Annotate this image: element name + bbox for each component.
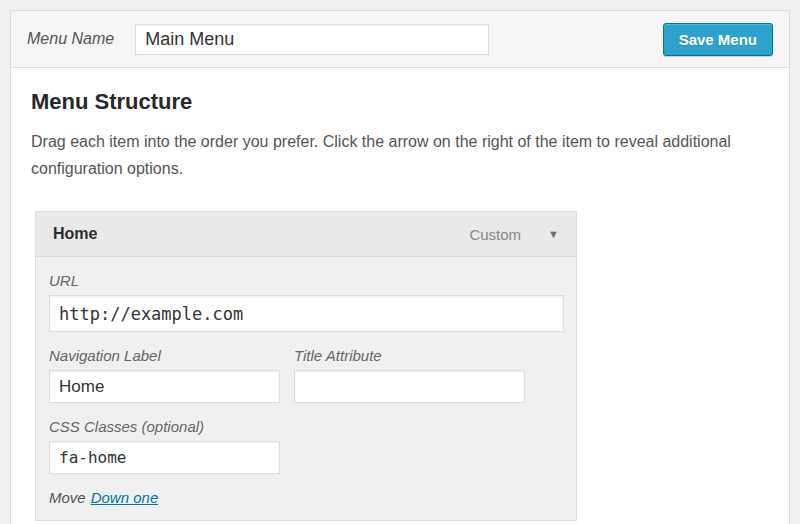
css-classes-field: CSS Classes (optional) [49, 418, 563, 474]
menu-item-type-label: Custom [469, 226, 521, 243]
css-classes-input[interactable] [49, 441, 280, 474]
url-input[interactable] [49, 295, 564, 332]
menu-name-input[interactable] [135, 24, 489, 55]
chevron-down-icon[interactable]: ▼ [548, 228, 559, 240]
menu-item-settings: URL Navigation Label Title Attribute CSS… [36, 257, 576, 520]
url-field: URL [49, 272, 563, 332]
menu-item-handle[interactable]: Home Custom ▼ [36, 212, 576, 257]
title-attribute-input[interactable] [294, 370, 525, 403]
menu-structure-description: Drag each item into the order you prefer… [31, 128, 743, 182]
navigation-label-input[interactable] [49, 370, 280, 403]
navigation-label-field: Navigation Label [49, 347, 280, 403]
title-attribute-label: Title Attribute [294, 347, 525, 364]
url-label: URL [49, 272, 563, 289]
move-label: Move [49, 489, 86, 506]
menu-item-box: Home Custom ▼ URL Navigation Label Title… [35, 211, 577, 521]
css-classes-label: CSS Classes (optional) [49, 418, 563, 435]
menu-name-bar: Menu Name Save Menu [11, 11, 789, 68]
navigation-label-label: Navigation Label [49, 347, 280, 364]
menu-structure-title: Menu Structure [31, 89, 775, 115]
label-attribute-row: Navigation Label Title Attribute [49, 347, 563, 418]
title-attribute-field: Title Attribute [294, 347, 525, 403]
save-menu-button[interactable]: Save Menu [663, 23, 773, 56]
menu-structure-section: Menu Structure Drag each item into the o… [11, 68, 789, 521]
move-row: MoveDown one [49, 489, 563, 506]
menu-item-title: Home [53, 225, 97, 243]
menu-name-label: Menu Name [27, 30, 114, 48]
move-down-link[interactable]: Down one [91, 489, 159, 506]
menu-editor-panel: Menu Name Save Menu Menu Structure Drag … [10, 10, 790, 524]
